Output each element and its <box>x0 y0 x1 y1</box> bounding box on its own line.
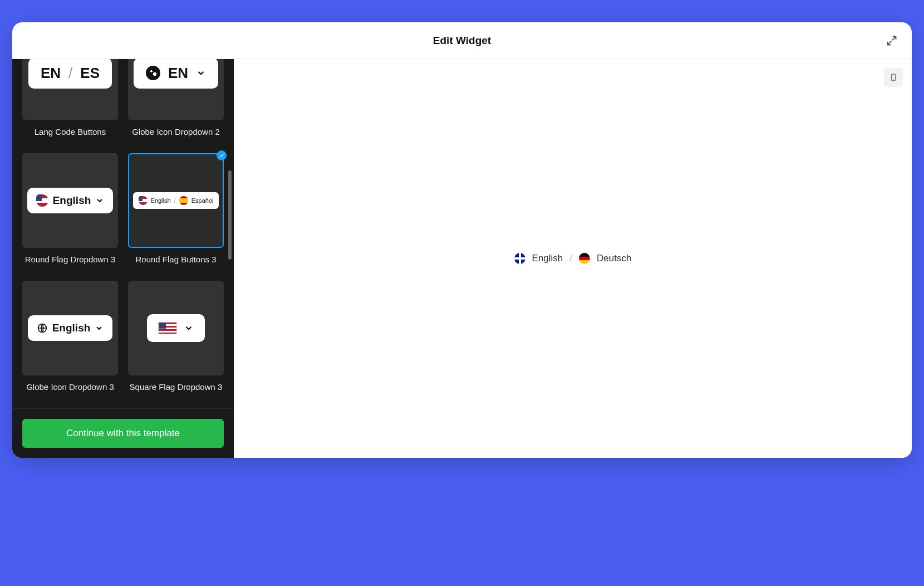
mobile-icon <box>889 72 897 83</box>
continue-button[interactable]: Continue with this template <box>22 419 224 448</box>
preview-separator: / <box>569 253 572 264</box>
mock-widget: English / Español <box>133 192 219 209</box>
flag-uk-icon <box>514 253 525 264</box>
preview-lang-b: Deutsch <box>597 253 631 264</box>
edit-widget-modal: Edit Widget EN / ES <box>12 22 912 458</box>
mock-lang-right: ES <box>80 65 100 82</box>
flag-us-icon <box>158 322 177 334</box>
mock-widget: English <box>28 315 113 341</box>
template-preview: EN / ES <box>22 59 118 120</box>
sidebar-footer: Continue with this template <box>12 408 234 458</box>
mock-lang-code: EN <box>168 65 188 82</box>
flag-us-icon <box>36 194 48 207</box>
template-label: Lang Code Buttons <box>35 127 106 136</box>
template-globe-icon-dropdown-3[interactable]: English Globe Icon Dropdown 3 <box>22 281 118 392</box>
mobile-preview-toggle[interactable] <box>884 68 903 87</box>
modal-body: EN / ES Lang Code Buttons EN <box>12 59 912 458</box>
template-label: Round Flag Buttons 3 <box>135 255 216 264</box>
chevron-down-icon <box>95 324 104 333</box>
template-lang-code-buttons[interactable]: EN / ES Lang Code Buttons <box>22 59 118 136</box>
globe-icon <box>146 66 160 80</box>
preview-lang-a: English <box>532 253 563 264</box>
flag-de-icon <box>579 253 590 264</box>
template-preview: English <box>22 281 118 375</box>
selected-check-badge <box>217 150 227 160</box>
template-round-flag-buttons-3[interactable]: English / Español Round Flag Buttons 3 <box>128 153 224 264</box>
flag-us-icon <box>139 196 148 205</box>
flag-es-icon <box>179 196 188 205</box>
chevron-down-icon <box>184 323 194 333</box>
template-preview: English <box>22 153 118 248</box>
mock-widget <box>147 314 205 342</box>
chevron-down-icon <box>196 68 206 78</box>
templates-grid: EN / ES Lang Code Buttons EN <box>12 59 234 398</box>
live-widget-preview[interactable]: English / Deutsch <box>514 253 632 264</box>
mock-lang: English <box>53 194 91 207</box>
mock-lang-b: Español <box>191 197 214 204</box>
mock-lang-a: English <box>151 197 171 204</box>
mock-widget: EN <box>134 59 218 89</box>
modal-title: Edit Widget <box>433 35 491 47</box>
chevron-down-icon <box>95 196 104 205</box>
mock-widget: English <box>27 188 114 213</box>
template-sidebar: EN / ES Lang Code Buttons EN <box>12 59 234 458</box>
templates-scroll[interactable]: EN / ES Lang Code Buttons EN <box>12 59 234 408</box>
scrollbar-thumb[interactable] <box>228 170 232 260</box>
template-round-flag-dropdown-3[interactable]: English Round Flag Dropdown 3 <box>22 153 118 264</box>
mock-lang: English <box>52 322 91 334</box>
template-label: Square Flag Dropdown 3 <box>130 382 223 392</box>
template-label: Globe Icon Dropdown 3 <box>26 382 114 392</box>
template-label: Round Flag Dropdown 3 <box>25 255 116 264</box>
globe-icon <box>37 323 48 334</box>
mock-widget: EN / ES <box>28 59 112 89</box>
modal-header: Edit Widget <box>12 22 912 59</box>
template-label: Globe Icon Dropdown 2 <box>132 127 220 136</box>
template-globe-icon-dropdown-2[interactable]: EN Globe Icon Dropdown 2 <box>128 59 224 136</box>
expand-icon <box>886 35 897 46</box>
mock-separator: / <box>68 65 72 82</box>
template-preview: EN <box>128 59 224 120</box>
mock-separator: / <box>174 197 176 204</box>
template-square-flag-dropdown-3[interactable]: Square Flag Dropdown 3 <box>128 281 224 392</box>
template-preview: English / Español <box>128 153 224 248</box>
preview-pane: English / Deutsch <box>234 59 912 458</box>
mock-lang-left: EN <box>41 65 61 82</box>
expand-button[interactable] <box>884 33 900 48</box>
template-preview <box>128 281 224 375</box>
check-icon <box>219 153 224 158</box>
